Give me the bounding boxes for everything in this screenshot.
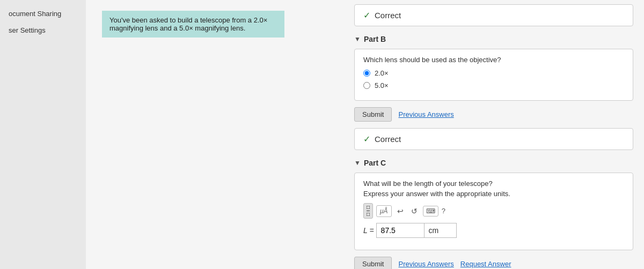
sidebar-item-user-settings[interactable]: ser Settings [0,22,86,39]
part-b-radio-5x[interactable] [363,82,370,89]
part-b-question-text: Which lens should be used as the objecti… [363,56,624,64]
part-c-question-text: What will be the length of your telescop… [363,180,624,188]
answer-label: L = [363,226,374,235]
content-panel: ✓ Correct ▼ Part B Which lens should be … [343,0,644,269]
part-b-section: ▼ Part B Which lens should be used as th… [354,35,633,150]
part-b-header[interactable]: ▼ Part B [354,35,633,43]
part-b-label: Part B [364,35,386,43]
part-c-prev-answers-link[interactable]: Previous Answers [398,260,453,268]
main-area: You've been asked to build a telescope f… [86,0,343,269]
problem-description: You've been asked to build a telescope f… [102,11,284,38]
fraction-bottom: □ [367,211,370,217]
undo-button[interactable]: ↩ [395,206,406,216]
part-c-toolbar: □ □ μÅ ↩ ↺ ⌨ ? [363,203,624,219]
unit-field: cm [425,223,457,238]
part-c-request-answer-link[interactable]: Request Answer [460,260,511,268]
check-icon-b: ✓ [363,134,370,144]
part-b-question-box: Which lens should be used as the objecti… [354,49,633,101]
part-c-arrow: ▼ [354,159,361,167]
check-icon-a: ✓ [363,10,370,20]
part-b-submit-button[interactable]: Submit [354,107,392,122]
part-b-correct-label: Correct [375,134,401,144]
part-b-radio-2x[interactable] [363,70,370,77]
part-c-input-row: L = cm [363,223,624,238]
fraction-button[interactable]: □ □ [363,203,373,219]
fraction-top: □ [367,205,370,211]
part-b-option-5x[interactable]: 5.0× [363,81,624,89]
sidebar-item-document-sharing[interactable]: ocument Sharing [0,5,86,22]
unit-label-button[interactable]: μÅ [376,205,392,217]
part-b-option-2x[interactable]: 2.0× [363,69,624,77]
answer-input[interactable] [376,223,425,238]
part-c-label: Part C [364,159,386,167]
part-b-correct-banner: ✓ Correct [354,128,633,150]
keyboard-icon[interactable]: ⌨ [423,206,438,216]
help-icon[interactable]: ? [442,207,445,215]
part-c-question-box: What will be the length of your telescop… [354,173,633,250]
part-a-correct-banner: ✓ Correct [354,4,633,26]
part-b-label-5x: 5.0× [375,81,389,89]
part-b-label-2x: 2.0× [375,69,389,77]
refresh-button[interactable]: ↺ [409,206,420,216]
part-b-arrow: ▼ [354,35,361,43]
part-c-subtext: Express your answer with the appropriate… [363,190,624,198]
part-c-header[interactable]: ▼ Part C [354,159,633,167]
part-c-section: ▼ Part C What will be the length of your… [354,159,633,269]
part-c-submit-row: Submit Previous Answers Request Answer [354,257,633,269]
part-c-submit-button[interactable]: Submit [354,257,392,269]
part-b-submit-row: Submit Previous Answers [354,107,633,122]
part-a-correct-label: Correct [375,11,401,20]
sidebar: ocument Sharing ser Settings [0,0,86,269]
part-b-prev-answers-link[interactable]: Previous Answers [398,110,453,118]
